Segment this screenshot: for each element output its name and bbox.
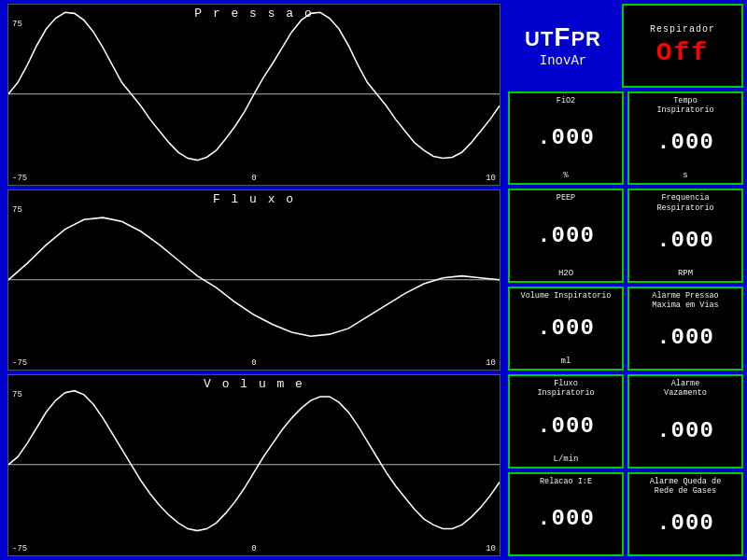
metric-label-peep: PEEP	[557, 193, 575, 203]
metric-frequencia-respiratoria[interactable]: FrequenciaRespiratorio.000RPM	[627, 189, 743, 282]
metric-label-fio2: FiO2	[557, 96, 575, 105]
metric-fluxo-inspiratorio[interactable]: FluxoInspiratorio.000L/min	[508, 374, 624, 468]
metric-label-volume-inspiratorio: Volume Inspiratorio	[521, 291, 612, 301]
pressao-svg	[8, 5, 500, 185]
metric-value-frequencia-respiratoria: .000	[656, 213, 714, 269]
metric-value-relacao-ie: .000	[537, 486, 595, 552]
metric-label-frequencia-respiratoria: FrequenciaRespiratorio	[656, 193, 713, 212]
pressao-title: P r e s s a o	[194, 7, 313, 21]
metric-value-alarme-queda: .000	[656, 496, 714, 552]
metric-unit-tempo-inspiratorio: s	[683, 171, 687, 180]
metric-label-relacao-ie: Relacao I:E	[540, 477, 592, 486]
utfpr-logo: UTFPR	[525, 24, 601, 51]
metric-label-alarme-vazamento: AlarmeVazamento	[664, 379, 707, 398]
controls-panel: UTFPR InovAr Respirador Off FiO2.000%Tem…	[504, 0, 747, 560]
charts-panel: P r e s s a o 75 -75 0 10 F l u x o 75 -…	[0, 0, 504, 560]
fluxo-title: F l u x o	[213, 192, 295, 206]
metric-relacao-ie[interactable]: Relacao I:E.000	[508, 472, 624, 556]
respirador-value: Off	[656, 38, 709, 67]
inovar-label: InovAr	[540, 53, 586, 68]
metric-volume-inspiratorio[interactable]: Volume Inspiratorio.000ml	[508, 287, 624, 371]
metric-label-alarme-queda: Alarme Queda deRede de Gases	[650, 477, 722, 496]
volume-title: V o l u m e	[204, 377, 304, 391]
fluxo-svg	[8, 190, 500, 371]
metric-unit-peep: H2O	[558, 269, 573, 278]
metric-value-volume-inspiratorio: .000	[537, 301, 595, 357]
top-row: UTFPR InovAr Respirador Off	[508, 4, 743, 88]
logo-box: UTFPR InovAr	[508, 4, 618, 88]
metric-alarme-pressao[interactable]: Alarme PressaoMaxima em Vias.000	[627, 287, 743, 371]
metric-label-fluxo-inspiratorio: FluxoInspiratorio	[537, 379, 594, 398]
volume-chart: V o l u m e 75 -75 0 10	[7, 374, 500, 556]
fluxo-chart: F l u x o 75 -75 0 10	[7, 189, 500, 371]
metric-value-alarme-pressao: .000	[656, 310, 714, 366]
metric-fio2[interactable]: FiO2.000%	[508, 91, 624, 185]
metric-alarme-vazamento[interactable]: AlarmeVazamento.000	[627, 374, 743, 468]
metric-value-tempo-inspiratorio: .000	[656, 115, 714, 171]
volume-svg	[8, 375, 500, 555]
metric-value-fluxo-inspiratorio: .000	[537, 399, 595, 455]
metric-alarme-queda[interactable]: Alarme Queda deRede de Gases.000	[627, 472, 743, 556]
metric-value-peep: .000	[537, 203, 595, 269]
metric-label-alarme-pressao: Alarme PressaoMaxima em Vias	[652, 291, 718, 310]
metric-peep[interactable]: PEEP.000H2O	[508, 189, 624, 282]
respirador-label: Respirador	[650, 24, 715, 35]
metric-label-tempo-inspiratorio: TempoInspiratorio	[656, 96, 713, 115]
metric-value-fio2: .000	[537, 105, 595, 171]
pressao-chart: P r e s s a o 75 -75 0 10	[7, 4, 500, 186]
metric-unit-fio2: %	[563, 171, 568, 180]
metric-unit-frequencia-respiratoria: RPM	[678, 269, 693, 278]
metric-unit-fluxo-inspiratorio: L/min	[553, 455, 578, 464]
metrics-grid: FiO2.000%TempoInspiratorio.000sPEEP.000H…	[508, 91, 743, 556]
metric-value-alarme-vazamento: .000	[656, 399, 714, 464]
respirador-box: Respirador Off	[622, 4, 743, 88]
metric-unit-volume-inspiratorio: ml	[561, 357, 571, 366]
metric-tempo-inspiratorio[interactable]: TempoInspiratorio.000s	[627, 91, 743, 185]
